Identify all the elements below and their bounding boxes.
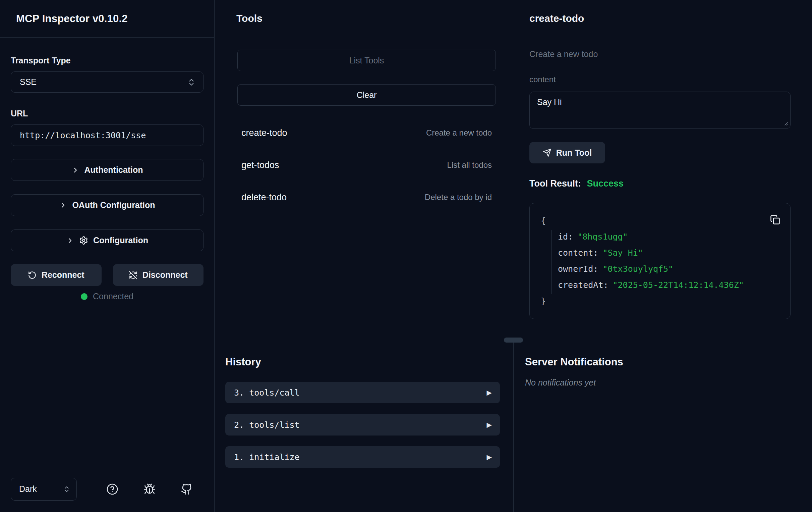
server-notifications-panel: Server Notifications No notifications ye… <box>514 340 812 512</box>
run-tool-button[interactable]: Run Tool <box>529 142 605 163</box>
json-open-brace: { <box>541 213 780 229</box>
connection-status-label: Connected <box>93 292 134 301</box>
list-tools-button[interactable]: List Tools <box>237 50 496 71</box>
tool-detail-title: create-todo <box>529 13 790 24</box>
run-tool-label: Run Tool <box>556 148 592 158</box>
sidebar-footer: Dark <box>0 466 214 512</box>
history-item-initialize[interactable]: 1. initialize ▶ <box>225 446 500 468</box>
chevrons-up-down-icon <box>63 485 70 493</box>
tool-description: List all todos <box>447 160 492 170</box>
tool-row-create-todo[interactable]: create-todo Create a new todo <box>225 125 507 141</box>
history-panel: History 3. tools/call ▶ 2. tools/list ▶ … <box>214 340 514 512</box>
json-indent-guide <box>551 230 552 294</box>
oauth-configuration-label: OAuth Configuration <box>72 200 155 210</box>
authentication-button[interactable]: Authentication <box>11 159 203 181</box>
configuration-label: Configuration <box>93 236 148 245</box>
github-icon[interactable] <box>181 483 193 495</box>
clear-tools-button[interactable]: Clear <box>237 84 496 106</box>
connection-actions: Reconnect Disconnect <box>11 264 203 286</box>
connected-dot-icon <box>81 293 87 300</box>
tool-description: Delete a todo by id <box>425 193 492 202</box>
reconnect-button[interactable]: Reconnect <box>11 264 102 286</box>
json-key: content: <box>558 248 598 258</box>
transport-type-value: SSE <box>20 77 36 87</box>
tool-name: get-todos <box>241 160 279 170</box>
json-value: "2025-05-22T14:12:14.436Z" <box>613 280 744 290</box>
json-entry-content: content:"Say Hi" <box>541 245 780 261</box>
sidebar-header: MCP Inspector v0.10.2 <box>0 0 214 37</box>
connection-status: Connected <box>11 292 203 301</box>
history-title: History <box>225 356 500 368</box>
tool-result-label: Tool Result: <box>529 179 581 189</box>
tool-result-json: { id:"8hqs1ugg" content:"Say Hi" ownerId… <box>529 203 790 319</box>
url-label: URL <box>11 109 203 118</box>
top-panels: Tools List Tools Clear create-todo Creat… <box>214 0 812 340</box>
connection-settings: Transport Type SSE URL Authentication <box>0 37 214 466</box>
history-list: 3. tools/call ▶ 2. tools/list ▶ 1. initi… <box>225 382 500 468</box>
json-entry-id: id:"8hqs1ugg" <box>541 229 780 245</box>
mcp-inspector-app: MCP Inspector v0.10.2 Transport Type SSE… <box>0 0 812 512</box>
chevron-right-icon <box>66 237 74 245</box>
expand-arrow-icon: ▶ <box>487 453 492 461</box>
tools-divider <box>225 37 507 37</box>
json-key: ownerId: <box>558 264 598 274</box>
history-item-label: 3. tools/call <box>234 388 300 398</box>
app-title: MCP Inspector v0.10.2 <box>16 13 128 25</box>
help-icon[interactable] <box>106 483 118 495</box>
send-icon <box>543 148 551 157</box>
panel-resize-grip[interactable] <box>504 338 523 343</box>
expand-arrow-icon: ▶ <box>487 421 492 429</box>
server-notifications-title: Server Notifications <box>525 356 812 368</box>
disconnect-label: Disconnect <box>143 270 188 280</box>
tool-name: delete-todo <box>241 192 287 203</box>
history-item-tools-call[interactable]: 3. tools/call ▶ <box>225 382 500 403</box>
theme-select[interactable]: Dark <box>11 478 77 501</box>
history-item-tools-list[interactable]: 2. tools/list ▶ <box>225 414 500 435</box>
bug-icon[interactable] <box>144 483 155 495</box>
chevron-right-icon <box>59 201 67 209</box>
transport-type-select[interactable]: SSE <box>11 72 203 92</box>
history-item-label: 1. initialize <box>234 452 300 462</box>
json-value: "0tx3ouylyqf5" <box>603 264 673 274</box>
transport-type-label: Transport Type <box>11 56 203 65</box>
tool-result-status: Success <box>587 179 624 189</box>
chevron-right-icon <box>71 166 80 174</box>
tools-title: Tools <box>236 13 507 24</box>
tool-detail-subtitle: Create a new todo <box>529 49 790 59</box>
footer-icons <box>106 483 193 495</box>
disconnect-button[interactable]: Disconnect <box>113 264 204 286</box>
rotate-ccw-icon <box>28 271 36 279</box>
tool-name: create-todo <box>241 128 287 138</box>
authentication-label: Authentication <box>85 165 143 175</box>
json-key: createdAt: <box>558 280 609 290</box>
json-entry-ownerid: ownerId:"0tx3ouylyqf5" <box>541 261 780 277</box>
chevrons-up-down-icon <box>187 78 196 86</box>
tool-list: create-todo Create a new todo get-todos … <box>225 125 507 205</box>
json-value: "Say Hi" <box>603 248 643 258</box>
tool-detail-divider <box>519 37 801 37</box>
url-input[interactable] <box>11 125 203 146</box>
tool-description: Create a new todo <box>426 128 492 138</box>
theme-value: Dark <box>19 484 37 494</box>
refresh-off-icon <box>129 271 138 279</box>
gear-icon <box>79 236 88 245</box>
tool-row-get-todos[interactable]: get-todos List all todos <box>225 157 507 173</box>
copy-icon[interactable] <box>770 215 780 225</box>
tool-row-delete-todo[interactable]: delete-todo Delete a todo by id <box>225 189 507 205</box>
history-item-label: 2. tools/list <box>234 420 300 430</box>
content-field-wrap: Say Hi <box>529 91 790 129</box>
tools-panel: Tools List Tools Clear create-todo Creat… <box>214 0 513 340</box>
json-key: id: <box>558 232 573 242</box>
expand-arrow-icon: ▶ <box>487 388 492 397</box>
content-textarea[interactable]: Say Hi <box>529 91 790 129</box>
tool-result-line: Tool Result: Success <box>529 179 790 189</box>
sidebar: MCP Inspector v0.10.2 Transport Type SSE… <box>0 0 214 512</box>
tool-detail-panel: create-todo Create a new todo content Sa… <box>513 0 812 340</box>
content-field-label: content <box>529 75 790 84</box>
oauth-configuration-button[interactable]: OAuth Configuration <box>11 194 203 216</box>
configuration-button[interactable]: Configuration <box>11 230 203 251</box>
reconnect-label: Reconnect <box>41 270 85 280</box>
json-entry-createdat: createdAt:"2025-05-22T14:12:14.436Z" <box>541 277 780 293</box>
main-area: Tools List Tools Clear create-todo Creat… <box>214 0 812 512</box>
json-value: "8hqs1ugg" <box>577 232 628 242</box>
